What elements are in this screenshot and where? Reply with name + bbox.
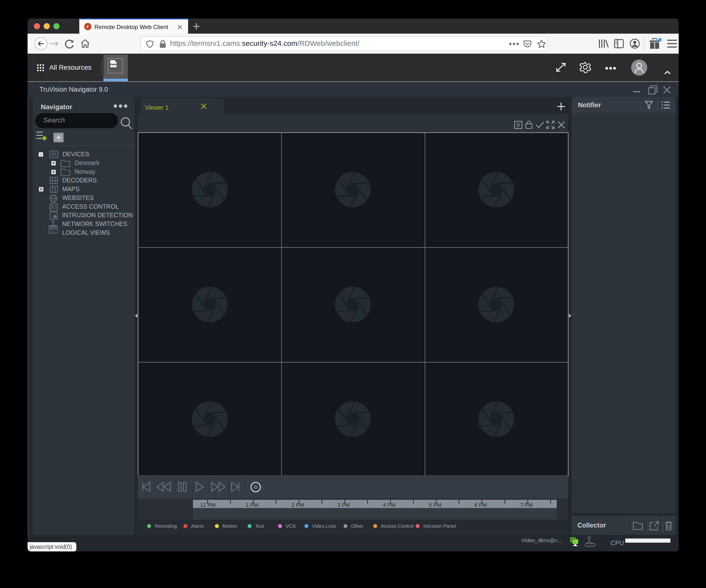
svg-text:9: 9 (516, 122, 520, 128)
